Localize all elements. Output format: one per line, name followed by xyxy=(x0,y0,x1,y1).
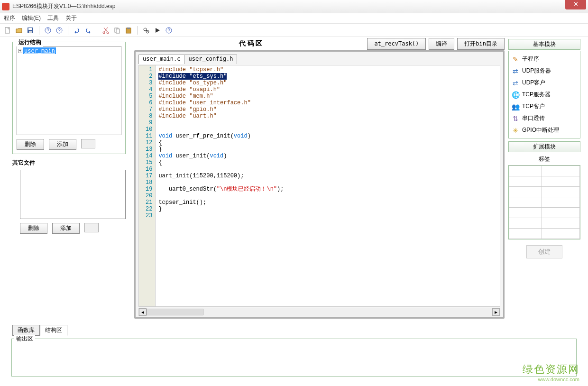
module-label: UDP服务器 xyxy=(522,67,551,75)
module-item[interactable]: 👥TCP客户 xyxy=(510,101,579,112)
output-section: 输出区 xyxy=(11,339,577,377)
save-icon[interactable] xyxy=(27,27,34,34)
at-recvtask-button[interactable]: at_recvTask() xyxy=(367,38,426,50)
open-icon[interactable] xyxy=(15,27,23,34)
editor-wrapper: user_main.c user_config.h 12345678910111… xyxy=(134,50,505,319)
run-icon[interactable] xyxy=(154,27,161,34)
run-struct-panel: 运行结构 + user_main 删除 添加 xyxy=(12,42,126,154)
file-tabs: user_main.c user_config.h xyxy=(138,55,500,64)
cut-icon[interactable] xyxy=(102,27,110,34)
module-icon: ✳ xyxy=(512,127,519,134)
svg-rect-0 xyxy=(5,28,9,33)
editor-hscroll[interactable]: ◂ ▸ xyxy=(138,308,500,316)
add-struct-button[interactable]: 添加 xyxy=(49,139,76,150)
help3-icon[interactable]: ? xyxy=(165,27,173,34)
svg-text:?: ? xyxy=(46,28,49,33)
line-gutter: 1234567891011121314151617181920212223 xyxy=(139,65,156,306)
svg-rect-3 xyxy=(29,31,32,33)
module-item[interactable]: ⇄UDP客户 xyxy=(510,77,579,89)
svg-rect-2 xyxy=(28,28,32,30)
watermark-cn: 绿色资源网 xyxy=(523,362,579,377)
undo-icon[interactable] xyxy=(73,27,81,34)
titlebar: ESP8266模块开发V1.0—G:\hhh\ddd.esp ✕ xyxy=(0,0,588,13)
module-icon: ⇄ xyxy=(512,67,519,75)
menu-edit[interactable]: 编辑(E) xyxy=(22,14,41,22)
close-button[interactable]: ✕ xyxy=(565,0,586,9)
menu-tools[interactable]: 工具 xyxy=(47,14,59,22)
menubar: 程序 编辑(E) 工具 关于 xyxy=(0,13,588,24)
right-panel: 基本模块 ✎子程序⇄UDP服务器⇄UDP客户🌐TCP服务器👥TCP客户⇅串口透传… xyxy=(508,37,588,336)
module-label: GPIO中断处理 xyxy=(522,126,559,134)
output-label: 输出区 xyxy=(14,335,35,343)
find-icon[interactable] xyxy=(142,27,150,34)
ext-modules-header: 扩展模块 xyxy=(508,141,580,152)
module-item[interactable]: ✳GPIO中断处理 xyxy=(510,124,579,136)
label-table[interactable] xyxy=(509,165,580,239)
svg-text:?: ? xyxy=(58,28,61,33)
scroll-right-icon[interactable]: ▸ xyxy=(492,308,500,316)
code-editor[interactable]: 1234567891011121314151617181920212223 #i… xyxy=(138,65,500,307)
module-item[interactable]: ✎子程序 xyxy=(510,53,579,65)
basic-modules-header: 基本模块 xyxy=(508,39,580,50)
toolbar: ? ? ? xyxy=(0,24,588,37)
expand-icon[interactable]: + xyxy=(18,49,22,53)
watermark: 绿色资源网 www.downcc.com xyxy=(523,362,579,382)
tab-user-config-h[interactable]: user_config.h xyxy=(184,55,237,64)
module-label: UDP客户 xyxy=(522,79,545,87)
other-files-panel: 其它文件 删除 添加 xyxy=(12,159,126,234)
struct-extra-button[interactable] xyxy=(81,139,95,148)
app-icon xyxy=(2,3,9,10)
help2-icon[interactable]: ? xyxy=(55,27,63,34)
delete-struct-button[interactable]: 删除 xyxy=(17,139,44,150)
module-label: TCP客户 xyxy=(522,102,545,110)
tree-item-user-main[interactable]: + user_main xyxy=(18,47,120,54)
paste-icon[interactable] xyxy=(125,27,132,34)
label-title: 标签 xyxy=(508,153,580,165)
create-button[interactable]: 创建 xyxy=(526,245,562,258)
output-box[interactable] xyxy=(11,339,577,377)
window-title: ESP8266模块开发V1.0—G:\hhh\ddd.esp xyxy=(12,2,565,10)
module-label: 子程序 xyxy=(522,55,539,63)
module-label: TCP服务器 xyxy=(522,91,551,99)
module-icon: 🌐 xyxy=(512,91,519,99)
scroll-left-icon[interactable]: ◂ xyxy=(139,308,147,316)
menu-program[interactable]: 程序 xyxy=(4,14,15,22)
tab-struct-area[interactable]: 结构区 xyxy=(40,325,67,336)
tab-user-main-c[interactable]: user_main.c xyxy=(138,55,184,64)
module-icon: ⇅ xyxy=(512,115,519,122)
help1-icon[interactable]: ? xyxy=(44,27,52,34)
menu-about[interactable]: 关于 xyxy=(65,14,77,22)
tree-label: user_main xyxy=(23,47,56,54)
watermark-en: www.downcc.com xyxy=(523,377,579,382)
new-icon[interactable] xyxy=(4,27,11,34)
delete-file-button[interactable]: 删除 xyxy=(20,223,47,234)
module-item[interactable]: 🌐TCP服务器 xyxy=(510,89,579,101)
redo-icon[interactable] xyxy=(84,27,92,34)
add-file-button[interactable]: 添加 xyxy=(52,223,80,234)
center-panel: 代 码 区 at_recvTask() 编译 打开bin目录 user_main… xyxy=(130,37,508,336)
file-extra-button[interactable] xyxy=(84,223,99,232)
svg-rect-11 xyxy=(116,29,119,33)
code-content[interactable]: #include "tcpser.h"#include "ets_sys.h"#… xyxy=(156,65,286,306)
code-area-title: 代 码 区 xyxy=(134,39,367,48)
compile-button[interactable]: 编译 xyxy=(429,38,454,50)
module-icon: ✎ xyxy=(512,55,519,63)
label-grid xyxy=(508,165,580,239)
basic-modules-list: ✎子程序⇄UDP服务器⇄UDP客户🌐TCP服务器👥TCP客户⇅串口透传✳GPIO… xyxy=(508,51,580,138)
open-bin-button[interactable]: 打开bin目录 xyxy=(457,38,505,50)
scroll-thumb[interactable] xyxy=(147,309,203,315)
tab-func-lib[interactable]: 函数库 xyxy=(12,325,40,336)
other-files-title: 其它文件 xyxy=(12,159,126,167)
module-label: 串口透传 xyxy=(522,114,545,122)
copy-icon[interactable] xyxy=(113,27,121,34)
other-files-list[interactable] xyxy=(20,170,126,219)
module-item[interactable]: ⇄UDP服务器 xyxy=(510,65,579,77)
left-panel: 运行结构 + user_main 删除 添加 其它文件 删除 添加 xyxy=(0,37,130,336)
run-struct-title: 运行结构 xyxy=(17,38,43,46)
module-icon: 👥 xyxy=(512,103,519,110)
module-item[interactable]: ⇅串口透传 xyxy=(510,112,579,124)
module-icon: ⇄ xyxy=(512,79,519,87)
svg-text:?: ? xyxy=(167,28,170,33)
struct-tree[interactable]: + user_main xyxy=(17,46,121,135)
svg-rect-13 xyxy=(127,28,130,29)
